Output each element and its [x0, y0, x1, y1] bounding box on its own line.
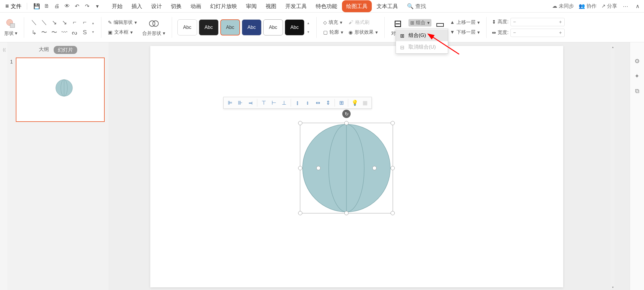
- shapes-button[interactable]: 形状 ▾: [3, 17, 18, 38]
- line-shape[interactable]: ＼: [30, 18, 38, 27]
- undo-icon[interactable]: ↶: [74, 3, 81, 10]
- tab-start[interactable]: 开始: [108, 0, 127, 12]
- resize-handle-tl[interactable]: [298, 121, 302, 125]
- collapse-panel-button[interactable]: ⟨⟨: [1, 45, 7, 54]
- bring-forward-button[interactable]: ▲ 上移一层 ▾: [449, 19, 481, 26]
- search-button[interactable]: 🔍 查找: [407, 3, 426, 10]
- style-swatch-4[interactable]: Abc: [242, 19, 261, 35]
- resize-handle-tr[interactable]: [391, 121, 395, 125]
- scroll-down-icon[interactable]: ▾: [611, 285, 615, 289]
- rotate-handle[interactable]: ↻: [342, 110, 351, 118]
- tab-slideshow[interactable]: 幻灯片放映: [206, 0, 241, 12]
- height-plus[interactable]: +: [557, 19, 564, 25]
- arrow-shape-2[interactable]: ↘: [60, 18, 69, 27]
- align-left-icon[interactable]: ⊫: [225, 98, 235, 108]
- outline-button[interactable]: ▢ 轮廓 ▾: [322, 29, 344, 36]
- resize-handle-br[interactable]: [391, 211, 395, 215]
- height-input[interactable]: [518, 19, 557, 24]
- width-stepper[interactable]: − +: [510, 29, 565, 37]
- tab-design[interactable]: 设计: [147, 0, 166, 12]
- unsync-button[interactable]: ☁ 未同步: [552, 3, 574, 10]
- tab-drawing-tools[interactable]: 绘图工具: [342, 0, 372, 12]
- settings-panel-icon[interactable]: ⚙: [633, 57, 641, 65]
- style-swatch-3-active[interactable]: Abc: [220, 19, 240, 35]
- align-bottom-icon[interactable]: ⊥: [279, 98, 289, 108]
- styles-down[interactable]: ▾: [306, 27, 311, 36]
- inner-handle-r[interactable]: [372, 166, 377, 170]
- resize-handle-t[interactable]: [344, 121, 349, 125]
- line-shape-2[interactable]: ＼: [40, 18, 49, 27]
- text-box-button[interactable]: ▣ 文本框 ▾: [107, 29, 138, 36]
- align-right-icon[interactable]: ⫤: [246, 98, 255, 108]
- collab-button[interactable]: 👥 协作: [579, 3, 597, 10]
- layers-panel-icon[interactable]: ⧉: [633, 87, 641, 95]
- tab-developer[interactable]: 开发工具: [281, 0, 311, 12]
- resize-handle-r[interactable]: [391, 166, 395, 170]
- tab-insert[interactable]: 插入: [127, 0, 146, 12]
- scroll-up-icon[interactable]: ▴: [611, 45, 615, 49]
- width-input[interactable]: [518, 30, 557, 35]
- style-swatch-5[interactable]: Abc: [263, 19, 283, 35]
- arrow-shape[interactable]: ↘: [50, 18, 59, 27]
- save-as-icon[interactable]: 🗎: [43, 3, 50, 10]
- tab-text-tools[interactable]: 文本工具: [372, 0, 402, 12]
- outline-tab[interactable]: 大纲: [39, 46, 49, 54]
- tab-view[interactable]: 视图: [261, 0, 281, 12]
- width-plus[interactable]: +: [557, 30, 564, 35]
- tab-transition[interactable]: 切换: [167, 0, 186, 12]
- style-swatch-6[interactable]: Abc: [285, 19, 304, 35]
- distribute-v-icon[interactable]: ⫾: [303, 98, 312, 108]
- sparkle-panel-icon[interactable]: ✦: [633, 72, 641, 80]
- resize-handle-l[interactable]: [298, 166, 302, 170]
- print-preview-icon[interactable]: 👁: [64, 3, 71, 10]
- vertical-scrollbar[interactable]: ▴ ▾: [611, 45, 615, 289]
- s-curve-shape[interactable]: S: [80, 28, 89, 37]
- tab-review[interactable]: 审阅: [242, 0, 261, 12]
- edit-shape-button[interactable]: ✎ 编辑形状 ▾: [107, 19, 138, 26]
- print-icon[interactable]: 🖨: [53, 3, 61, 10]
- resize-handle-bl[interactable]: [298, 211, 302, 215]
- resize-handle-b[interactable]: [344, 211, 349, 215]
- align-top-icon[interactable]: ⊤: [259, 98, 269, 108]
- slide-thumbnail-row[interactable]: 1: [10, 58, 106, 122]
- gallery-up[interactable]: ▴: [90, 18, 96, 27]
- group-button[interactable]: ⊞ 组合 ▾: [408, 19, 431, 27]
- save-icon[interactable]: 💾: [33, 3, 40, 10]
- dropdown-icon[interactable]: ▾: [94, 3, 101, 10]
- fill-button[interactable]: ◇ 填充 ▾: [322, 19, 344, 26]
- width-minus[interactable]: −: [511, 30, 518, 35]
- distribute-h-icon[interactable]: ⫿: [293, 98, 302, 108]
- elbow-shape[interactable]: ↳: [30, 28, 38, 37]
- group-mini-icon[interactable]: ⊞: [337, 98, 346, 108]
- slides-tab[interactable]: 幻灯片: [54, 46, 77, 54]
- redo-icon[interactable]: ↷: [84, 3, 91, 10]
- style-swatch-1[interactable]: Abc: [177, 19, 197, 35]
- more-icon[interactable]: ⋯: [622, 3, 629, 10]
- file-menu[interactable]: ≡ 文件: [3, 1, 24, 11]
- merge-shapes-button[interactable]: 合并形状 ▾: [141, 17, 166, 38]
- height-stepper[interactable]: − +: [510, 18, 565, 26]
- inner-handle-l[interactable]: [316, 166, 321, 170]
- height-minus[interactable]: −: [511, 19, 518, 25]
- share-button[interactable]: ↗ 分享: [601, 3, 617, 10]
- styles-up[interactable]: ▴: [306, 18, 311, 27]
- tab-animation[interactable]: 动画: [186, 0, 205, 12]
- sphere-shape[interactable]: [300, 123, 393, 213]
- align-middle-v-icon[interactable]: ⊢: [269, 98, 279, 108]
- curve-shape[interactable]: 〜: [40, 28, 49, 37]
- freeform-shape[interactable]: 〰: [60, 28, 69, 37]
- connector-shape-2[interactable]: ⌐: [80, 18, 89, 27]
- align-center-h-icon[interactable]: ⊪: [236, 98, 245, 108]
- slide-1-thumbnail[interactable]: [16, 58, 105, 122]
- style-swatch-2[interactable]: Abc: [199, 19, 219, 35]
- equal-width-icon[interactable]: ⇔: [313, 98, 323, 108]
- connector-shape[interactable]: ⌐: [70, 18, 79, 27]
- scribble-shape[interactable]: ᔓ: [70, 28, 79, 37]
- gallery-down[interactable]: ▾: [90, 27, 96, 36]
- format-painter-button[interactable]: 🖌 格式刷: [347, 19, 379, 26]
- tab-features[interactable]: 特色功能: [312, 0, 341, 12]
- equal-height-icon[interactable]: ⇕: [323, 98, 333, 108]
- chevron-down-icon[interactable]: ∧: [634, 3, 641, 10]
- shape-effects-button[interactable]: ◉ 形状效果 ▾: [347, 29, 379, 36]
- curve-shape-2[interactable]: 〜: [50, 28, 59, 37]
